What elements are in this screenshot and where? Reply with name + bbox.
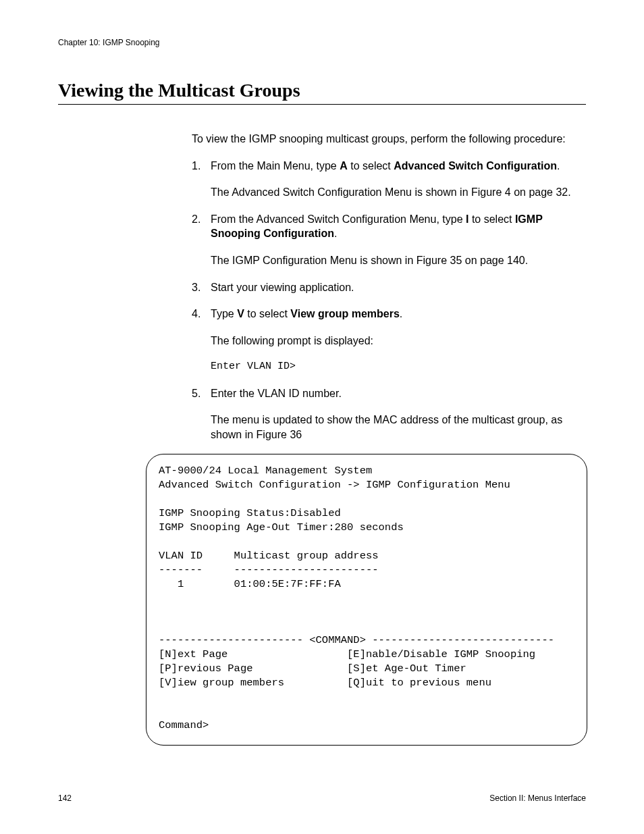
- step-number: 3.: [192, 280, 200, 295]
- title-rule: [58, 104, 586, 105]
- step-number: 5.: [192, 386, 200, 401]
- text-run: .: [334, 228, 337, 239]
- text-run: .: [400, 308, 402, 319]
- terminal-screenshot: AT-9000/24 Local Management System Advan…: [146, 454, 587, 746]
- page-title: Viewing the Multicast Groups: [58, 80, 586, 101]
- step-number: 4.: [192, 307, 200, 321]
- step-text: From the Main Menu, type A to select Adv…: [211, 159, 586, 174]
- step-4: 4. Type V to select View group members. …: [192, 307, 586, 373]
- step-3: 3. Start your viewing application.: [192, 280, 586, 295]
- text-run: Type: [211, 308, 237, 319]
- text-run: to select: [244, 308, 290, 319]
- step-text: Type V to select View group members.: [211, 307, 586, 321]
- step-5: 5. Enter the VLAN ID number. The menu is…: [192, 386, 586, 442]
- step-result: The Advanced Switch Configuration Menu i…: [211, 185, 586, 200]
- page-number: 142: [58, 793, 72, 803]
- step-number: 1.: [192, 159, 200, 174]
- text-run: From the Main Menu, type: [211, 160, 340, 172]
- menu-target: View group members: [290, 308, 400, 319]
- step-text: Start your viewing application.: [211, 280, 586, 295]
- key-letter: V: [237, 308, 244, 319]
- text-run: to select: [348, 160, 394, 172]
- text-run: .: [557, 160, 560, 172]
- step-text: From the Advanced Switch Configuration M…: [211, 212, 586, 241]
- step-2: 2. From the Advanced Switch Configuratio…: [192, 212, 586, 268]
- step-text: Enter the VLAN ID number.: [211, 386, 586, 401]
- menu-target: Advanced Switch Configuration: [394, 160, 557, 172]
- step-number: 2.: [192, 212, 200, 227]
- page-footer: 142 Section II: Menus Interface: [58, 793, 586, 803]
- step-result: The IGMP Configuration Menu is shown in …: [211, 253, 586, 268]
- step-result: The menu is updated to show the MAC addr…: [211, 413, 586, 442]
- section-label: Section II: Menus Interface: [489, 793, 586, 803]
- text-run: to select: [468, 213, 514, 225]
- intro-paragraph: To view the IGMP snooping multicast grou…: [192, 132, 586, 147]
- prompt-text: Enter VLAN ID>: [211, 360, 586, 373]
- procedure-steps: 1. From the Main Menu, type A to select …: [192, 159, 586, 442]
- text-run: From the Advanced Switch Configuration M…: [211, 213, 466, 225]
- chapter-header: Chapter 10: IGMP Snooping: [58, 38, 586, 47]
- step-1: 1. From the Main Menu, type A to select …: [192, 159, 586, 200]
- step-result: The following prompt is displayed:: [211, 334, 586, 348]
- key-letter: A: [340, 160, 348, 172]
- body-content: To view the IGMP snooping multicast grou…: [192, 132, 586, 442]
